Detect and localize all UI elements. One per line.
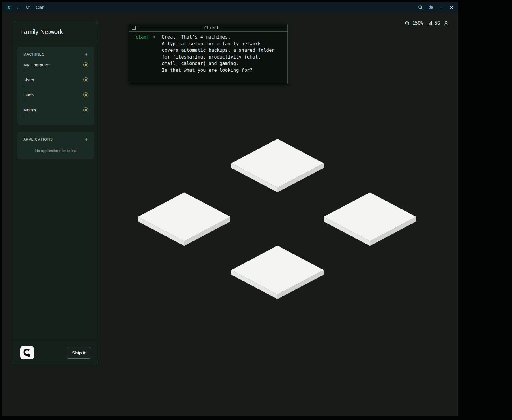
machine-tile[interactable] (324, 192, 416, 246)
network-title: Family Network (20, 28, 91, 35)
clan-logo (20, 346, 34, 359)
status-cluster: 150% 5G (405, 21, 449, 26)
client-window-title: Client (203, 25, 220, 30)
applications-empty-text: No applications installed (23, 147, 88, 156)
user-icon[interactable] (444, 21, 449, 26)
machine-tile[interactable] (231, 246, 324, 299)
machine-list-item[interactable]: My Computer – (23, 62, 88, 73)
clan-favicon-icon: C (6, 5, 12, 10)
window-checkbox-icon[interactable] (132, 26, 136, 30)
terminal-output: [clan] > Great. That's 4 machines. A typ… (129, 32, 287, 76)
terminal-line: email, calendar) and gaming. (162, 60, 284, 67)
sidebar-footer: Ship it (14, 341, 98, 364)
add-machine-button[interactable]: + (84, 51, 88, 57)
refresh-icon[interactable]: ⟳ (25, 5, 31, 10)
titlebar-stripes (138, 26, 200, 30)
machine-list-item[interactable]: Sister – (23, 77, 88, 88)
machine-status-icon (83, 62, 88, 67)
client-titlebar[interactable]: Client (129, 24, 287, 32)
client-terminal-window: Client [clan] > Great. That's 4 machines… (129, 24, 288, 84)
add-application-button[interactable]: + (84, 136, 88, 142)
machine-tile[interactable] (138, 192, 230, 246)
kebab-menu-icon[interactable]: ⋮ (438, 5, 444, 10)
browser-titlebar: C ← ⟳ Clan ⋮ ✕ (2, 2, 458, 12)
terminal-line: A typical setup for a family network (162, 41, 284, 47)
network-type-label: 5G (435, 21, 440, 26)
back-icon[interactable]: ← (16, 5, 21, 10)
machine-name: Mom's (23, 107, 36, 112)
main-canvas: Family Network MACHINES + My Computer – (2, 12, 458, 416)
app-window: C ← ⟳ Clan ⋮ ✕ (2, 2, 458, 416)
applications-header: APPLICATIONS (23, 137, 53, 141)
machine-detail: – (23, 83, 88, 88)
zoom-level-value[interactable]: 150% (413, 21, 423, 26)
machine-detail: – (23, 68, 88, 73)
extensions-icon[interactable] (428, 5, 433, 10)
terminal-line: for filesharing, productivity (chat, (162, 54, 284, 61)
terminal-caret: > (153, 34, 155, 74)
machine-status-icon (83, 107, 88, 112)
terminal-line: Is that what you are looking for? (162, 67, 284, 74)
machine-name: Sister (23, 77, 34, 82)
close-icon[interactable]: ✕ (449, 5, 454, 10)
applications-panel: APPLICATIONS + No applications installed (17, 132, 94, 159)
sidebar-header: Family Network (14, 21, 98, 41)
machine-tile[interactable] (231, 139, 324, 192)
page-title: Clan (36, 5, 44, 10)
machine-list-item[interactable]: Mom's – (23, 107, 88, 118)
machine-status-icon (83, 77, 88, 82)
terminal-prompt: [clan] (133, 34, 149, 74)
zoom-level-icon (405, 21, 410, 26)
machine-name: Dad's (23, 92, 34, 97)
machines-header: MACHINES (23, 52, 45, 56)
sidebar: Family Network MACHINES + My Computer – (14, 21, 98, 364)
machine-detail: – (23, 98, 88, 103)
titlebar-stripes (223, 26, 285, 30)
ship-it-button[interactable]: Ship it (67, 347, 91, 359)
machine-name: My Computer (23, 62, 50, 67)
machine-status-icon (83, 92, 88, 97)
machine-detail: – (23, 113, 88, 118)
signal-bars-icon (428, 21, 432, 25)
terminal-line: Great. That's 4 machines. (162, 34, 284, 41)
zoom-icon[interactable] (418, 5, 423, 10)
machine-list-item[interactable]: Dad's – (23, 92, 88, 103)
machines-panel: MACHINES + My Computer – Sister (17, 47, 94, 125)
terminal-line: covers automatic backups, a shared folde… (162, 47, 284, 54)
